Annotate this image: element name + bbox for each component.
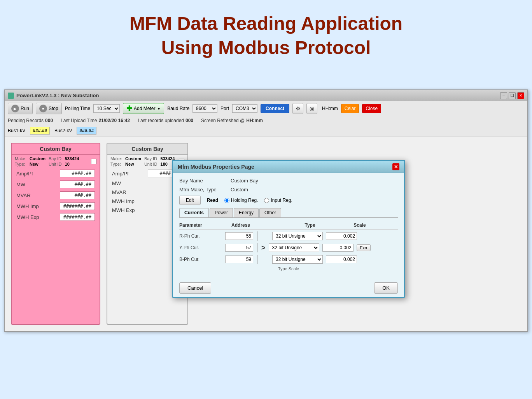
- bay1-row-value-0: ####.##: [60, 170, 95, 177]
- add-meter-icon: ✚: [126, 105, 132, 112]
- param-scale-input-2[interactable]: [326, 256, 357, 263]
- run-button[interactable]: ▶ Run: [8, 103, 33, 114]
- baud-rate-label: Baud Rate: [167, 106, 189, 111]
- bay1-row-label-0: Amp/Pf: [16, 171, 33, 177]
- read-group: Read Holding Reg. Input Reg.: [207, 198, 292, 203]
- title-bar-controls[interactable]: – ❐ ✕: [500, 92, 524, 99]
- param-addr-input-0[interactable]: [225, 232, 253, 240]
- status-icon-button[interactable]: ◎: [306, 103, 317, 114]
- bay-panel-2-header: Custom Bay: [107, 144, 187, 155]
- input-reg-radio[interactable]: [264, 198, 269, 203]
- toolbar-close-button[interactable]: Close: [362, 104, 381, 113]
- param-addr-input-2[interactable]: [225, 256, 253, 263]
- bay2-row-label-4: MWH Exp: [112, 207, 135, 213]
- edit-button[interactable]: Edit: [179, 196, 201, 205]
- vertical-line-2: [257, 255, 257, 264]
- bay1-row-label-3: MWH Imp: [16, 203, 39, 209]
- bay1-row-label-1: MW: [16, 182, 25, 187]
- mfm-make-value: Custom: [231, 187, 248, 192]
- cancel-button[interactable]: Cancel: [179, 282, 211, 294]
- bay1-row-label-4: MWH Exp: [16, 214, 39, 220]
- bus1-label: Bus1-kV: [8, 128, 25, 133]
- bay2-info-col-3: Bay ID Unit ID: [144, 156, 158, 166]
- mfm-make-label: Mfm Make, Type: [179, 187, 226, 192]
- holding-reg-label[interactable]: Holding Reg.: [224, 198, 258, 203]
- title-bar: PowerLinkV2.1.3 : New Substation – ❐ ✕: [5, 90, 527, 101]
- param-name-2: B-Ph Cur.: [179, 257, 222, 262]
- last-records-uploaded-value: 000: [186, 118, 193, 123]
- bay2-info-col-2: Custom New: [125, 156, 141, 166]
- holding-reg-radio[interactable]: [224, 198, 229, 203]
- modal-title-text: Mfm Modbus Properties Page: [178, 164, 254, 170]
- tab-energy[interactable]: Energy: [234, 208, 259, 217]
- last-upload-time-item: Last Upload Time 21/02/20 16:42: [61, 118, 130, 123]
- stop-icon: ■: [39, 105, 47, 112]
- param-row-1: Y-Ph Cur. > 32 bit Unsigne 16 bit Signed…: [179, 243, 398, 252]
- bus2-value: ###.##: [77, 127, 96, 135]
- connect-button[interactable]: Connect: [261, 104, 289, 113]
- title-bar-left: PowerLinkV2.1.3 : New Substation: [8, 93, 99, 99]
- add-meter-button[interactable]: ✚ Add Meter ▼: [123, 103, 164, 114]
- edit-read-row: Edit Read Holding Reg. Input Reg.: [179, 196, 398, 205]
- bay-panel-1-checkbox[interactable]: [91, 159, 96, 164]
- stop-button[interactable]: ■ Stop: [36, 103, 62, 114]
- input-reg-label[interactable]: Input Reg.: [264, 198, 292, 203]
- status-bar: Pending Records 000 Last Upload Time 21/…: [5, 116, 527, 125]
- app-title: MFM Data Reading Application Using Modbu…: [8, 12, 524, 60]
- settings-icon-button[interactable]: ⚙: [292, 103, 303, 114]
- tab-power[interactable]: Power: [210, 208, 233, 217]
- modal-dialog: Mfm Modbus Properties Page ✕ Bay Name Cu…: [172, 160, 405, 298]
- params-header: Parameter Address Type Scale: [179, 221, 398, 230]
- bay1-row-value-4: #######.##: [60, 213, 95, 221]
- bay-info-col-3: Bay ID Unit ID: [49, 156, 62, 166]
- celar-button[interactable]: Celar: [341, 104, 359, 113]
- baud-rate-select[interactable]: 9600 19200: [192, 104, 217, 113]
- bay-info-col-2: Custom New: [30, 156, 46, 166]
- param-type-select-2[interactable]: 32 bit Unsigne 16 bit Signed 16 bit Unsi…: [272, 255, 323, 264]
- pending-records-value: 000: [45, 118, 53, 123]
- param-type-select-0[interactable]: 32 bit Unsigne 16 bit Signed 16 bit Unsi…: [272, 232, 323, 240]
- tab-other[interactable]: Other: [259, 208, 281, 217]
- restore-button[interactable]: ❐: [509, 92, 516, 99]
- polling-time-select[interactable]: 10 Sec 30 Sec 60 Sec: [93, 104, 120, 113]
- param-name-0: R-Ph Cur.: [179, 233, 222, 239]
- bay1-row-value-1: ###.##: [60, 180, 95, 188]
- fxn-button[interactable]: Fxn: [357, 244, 371, 251]
- toolbar: ▶ Run ■ Stop Polling Time 10 Sec 30 Sec …: [5, 101, 527, 116]
- ok-button[interactable]: OK: [374, 282, 398, 294]
- bay2-info-col-1: Make: Type:: [110, 156, 122, 166]
- bus2-label: Bus2-kV: [54, 128, 72, 133]
- pending-records-item: Pending Records 000: [8, 118, 53, 123]
- modal-tabs: Currents Power Energy Other: [179, 208, 398, 218]
- param-addr-input-1[interactable]: [225, 244, 253, 252]
- port-select[interactable]: COM3 COM1 COM2: [232, 104, 257, 113]
- bay1-row-0: Amp/Pf ####.##: [12, 168, 100, 179]
- main-content: Custom Bay Make: Type: Custom New Bay ID…: [5, 136, 527, 331]
- bus1-value: ###.##: [30, 127, 50, 135]
- bay1-row-3: MWH Imp #######.##: [12, 201, 100, 212]
- param-scale-input-0[interactable]: [326, 232, 357, 240]
- minimize-button[interactable]: –: [500, 92, 507, 99]
- hhmm-display: HH:mm: [322, 106, 338, 111]
- param-row-2: B-Ph Cur. 32 bit Unsigne 16 bit Signed 1…: [179, 255, 398, 264]
- vertical-line-0: [257, 231, 257, 241]
- param-scale-input-1[interactable]: [322, 244, 354, 252]
- last-upload-time-label: Last Upload Time: [61, 118, 97, 123]
- bay1-row-value-2: ###.##: [60, 191, 95, 199]
- app-icon: [8, 93, 14, 99]
- bay-info-col-4: 533424 10: [65, 156, 79, 166]
- bay-name-value: Custom Bay: [231, 178, 258, 184]
- bay1-row-value-3: #######.##: [60, 202, 95, 210]
- modal-close-button[interactable]: ✕: [392, 163, 399, 170]
- bay1-rows: Amp/Pf ####.##MW ###.##MVAR ###.##MWH Im…: [12, 168, 100, 222]
- tab-currents[interactable]: Currents: [179, 208, 209, 217]
- param-type-select-1[interactable]: 32 bit Unsigne 16 bit Signed 16 bit Unsi…: [269, 243, 319, 252]
- read-label: Read: [207, 198, 218, 203]
- type-scale-note: Type Scale: [179, 266, 398, 271]
- bay-panel-1: Custom Bay Make: Type: Custom New Bay ID…: [11, 143, 100, 325]
- bus-row: Bus1-kV ###.## Bus2-kV ###.##: [5, 125, 527, 136]
- bay-panel-1-header: Custom Bay: [12, 144, 100, 155]
- pending-records-label: Pending Records: [8, 118, 44, 123]
- screen-refreshed-item: Screen Refreshed @ HH:mm: [201, 118, 263, 123]
- window-close-button[interactable]: ✕: [517, 92, 524, 99]
